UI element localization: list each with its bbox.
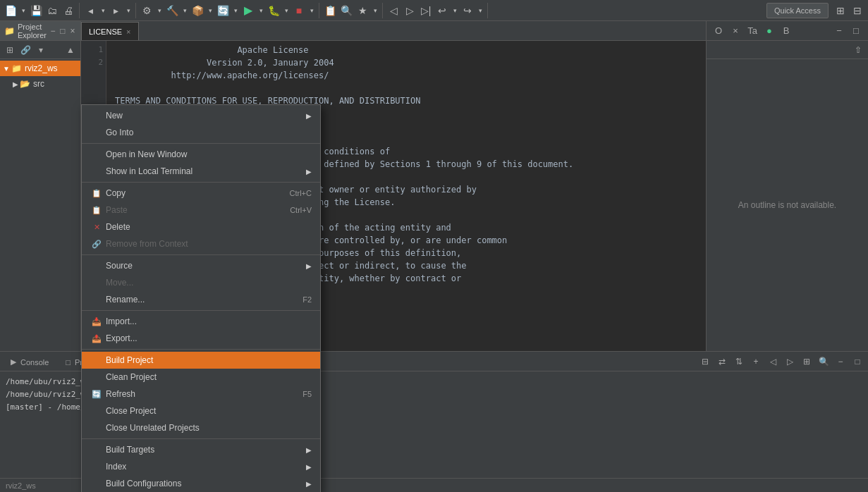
menu-item-remove-context[interactable]: 🔗 Remove from Context bbox=[82, 235, 320, 252]
debug-button[interactable]: 🐛 bbox=[266, 3, 281, 18]
forward-button[interactable]: ▸ bbox=[108, 3, 123, 18]
view-btn[interactable]: ⊟ bbox=[850, 3, 865, 18]
stop-button[interactable]: ■ bbox=[291, 3, 307, 18]
menu-item-open-new-window[interactable]: Open in New Window bbox=[82, 146, 320, 163]
misc-btn-3[interactable]: ★ bbox=[355, 3, 370, 18]
tool-btn-3[interactable]: 📦 bbox=[190, 3, 205, 18]
menu-label-index: Index bbox=[106, 462, 126, 472]
bottom-minimize[interactable]: − bbox=[833, 354, 848, 369]
next-edit-button[interactable]: ▷ bbox=[402, 3, 417, 18]
menu-item-paste[interactable]: 📋 Paste Ctrl+V bbox=[82, 202, 320, 219]
menu-item-export[interactable]: 📤 Export... bbox=[82, 330, 320, 347]
project-explorer-close[interactable]: × bbox=[69, 25, 76, 37]
tool-btn-1[interactable]: ⚙ bbox=[139, 3, 154, 18]
project-explorer-minimize[interactable]: − bbox=[49, 25, 56, 37]
save-button[interactable]: 💾 bbox=[28, 3, 44, 18]
misc-btn-2[interactable]: 🔍 bbox=[338, 3, 354, 18]
bottom-maximize[interactable]: □ bbox=[850, 354, 865, 369]
remove-context-icon: 🔗 bbox=[90, 240, 103, 249]
menu-label-source: Source bbox=[106, 261, 133, 271]
project-explorer-maximize[interactable]: □ bbox=[59, 25, 66, 37]
menu-item-move[interactable]: Move... bbox=[82, 274, 320, 291]
tab-close-license[interactable]: × bbox=[126, 27, 130, 36]
outline-scroll-btn[interactable]: ⇧ bbox=[851, 43, 865, 57]
outline-toolbar: ⇧ bbox=[707, 41, 868, 59]
prev-ann-button[interactable]: ↩ bbox=[434, 3, 450, 18]
menu-item-build-targets[interactable]: Build Targets ▶ bbox=[82, 441, 320, 458]
menu-item-build-project[interactable]: Build Project bbox=[82, 352, 320, 369]
bottom-next-btn[interactable]: ▷ bbox=[782, 354, 797, 369]
new-dropdown[interactable]: ▾ bbox=[19, 3, 27, 18]
menu-item-build-configs[interactable]: Build Configurations ▶ bbox=[82, 475, 320, 492]
link-with-editor-btn[interactable]: 🔗 bbox=[18, 43, 32, 57]
bottom-link-btn[interactable]: ⇄ bbox=[714, 354, 730, 369]
new-button[interactable]: 📄 bbox=[3, 3, 18, 18]
last-edit-button[interactable]: ▷| bbox=[418, 3, 434, 18]
tool-btn-4[interactable]: 🔄 bbox=[215, 3, 231, 18]
bottom-search-btn[interactable]: 🔍 bbox=[816, 354, 831, 369]
menu-item-show-local-terminal[interactable]: Show in Local Terminal ▶ bbox=[82, 163, 320, 180]
tool-dd-2[interactable]: ▾ bbox=[181, 3, 189, 18]
menu-sep-6 bbox=[82, 438, 320, 439]
perspective-btn[interactable]: ⊞ bbox=[833, 3, 848, 18]
forward-dropdown[interactable]: ▾ bbox=[124, 3, 133, 18]
next-ann-dd[interactable]: ▾ bbox=[476, 3, 484, 18]
bottom-add-btn[interactable]: + bbox=[748, 354, 764, 369]
misc-btn-1[interactable]: 📋 bbox=[322, 3, 338, 18]
menu-item-import[interactable]: 📥 Import... bbox=[82, 313, 320, 330]
menu-item-source[interactable]: Source ▶ bbox=[82, 257, 320, 274]
menu-item-delete[interactable]: ✕ Delete bbox=[82, 219, 320, 235]
bottom-sync-btn[interactable]: ⇅ bbox=[731, 354, 747, 369]
menu-item-go-into[interactable]: Go Into bbox=[82, 124, 320, 141]
outline-maximize[interactable]: □ bbox=[848, 23, 864, 39]
back-button[interactable]: ◂ bbox=[82, 3, 98, 18]
menu-item-index[interactable]: Index ▶ bbox=[82, 458, 320, 475]
run-button[interactable]: ▶ bbox=[240, 3, 256, 18]
prev-ann-dd[interactable]: ▾ bbox=[451, 3, 459, 18]
bottom-prev-btn[interactable]: ◁ bbox=[765, 354, 781, 369]
tree-item-root[interactable]: ▼ 📁 rviz2_ws bbox=[0, 61, 80, 76]
menu-item-refresh[interactable]: 🔄 Refresh F5 bbox=[82, 386, 320, 402]
prev-edit-button[interactable]: ◁ bbox=[386, 3, 401, 18]
outline-tab-close[interactable]: × bbox=[728, 23, 743, 39]
tool-dd-3[interactable]: ▾ bbox=[206, 3, 214, 18]
stop-dropdown[interactable]: ▾ bbox=[307, 3, 316, 18]
menu-item-clean-project[interactable]: Clean Project bbox=[82, 369, 320, 386]
menu-label-delete: Delete bbox=[106, 222, 130, 232]
view-menu-btn[interactable]: ▾ bbox=[34, 43, 48, 57]
outline-tab-ta[interactable]: Ta bbox=[745, 23, 760, 39]
bottom-tab-console[interactable]: ▶ Console bbox=[3, 352, 56, 371]
tool-dd-4[interactable]: ▾ bbox=[231, 3, 240, 18]
run-dropdown[interactable]: ▾ bbox=[257, 3, 265, 18]
menu-item-close-unrelated[interactable]: Close Unrelated Projects bbox=[82, 419, 320, 436]
index-arrow: ▶ bbox=[306, 463, 312, 471]
menu-label-build-project: Build Project bbox=[106, 355, 153, 365]
next-ann-button[interactable]: ↪ bbox=[460, 3, 475, 18]
print-button[interactable]: 🖨 bbox=[61, 3, 76, 18]
tool-btn-2[interactable]: 🔨 bbox=[164, 3, 180, 18]
bottom-layout-btn[interactable]: ⊞ bbox=[799, 354, 814, 369]
save-all-button[interactable]: 🗂 bbox=[44, 3, 60, 18]
outline-minimize[interactable]: − bbox=[831, 23, 847, 39]
menu-item-new[interactable]: New ▶ bbox=[82, 107, 320, 124]
expand-arrow-btn[interactable]: ▲ bbox=[63, 43, 78, 57]
tree-item-src[interactable]: ▶ 📂 src bbox=[0, 76, 80, 92]
outline-tab-b[interactable]: B bbox=[778, 23, 794, 39]
menu-item-rename[interactable]: Rename... F2 bbox=[82, 291, 320, 308]
outline-tab-green[interactable]: ● bbox=[762, 23, 777, 39]
line-num-2: 2 bbox=[84, 56, 103, 69]
bottom-collapse-btn[interactable]: ⊟ bbox=[697, 354, 713, 369]
collapse-all-btn[interactable]: ⊞ bbox=[3, 43, 17, 57]
tool-dd-1[interactable]: ▾ bbox=[155, 3, 164, 18]
menu-item-close-project[interactable]: Close Project bbox=[82, 402, 320, 419]
misc-dd-3[interactable]: ▾ bbox=[371, 3, 379, 18]
menu-label-build-targets: Build Targets bbox=[106, 445, 154, 455]
debug-dropdown[interactable]: ▾ bbox=[282, 3, 291, 18]
outline-tab-o[interactable]: O bbox=[711, 23, 726, 39]
back-dropdown[interactable]: ▾ bbox=[99, 3, 107, 18]
quick-access-button[interactable]: Quick Access bbox=[766, 3, 829, 18]
tree-label-root: rviz2_ws bbox=[25, 63, 58, 73]
paste-shortcut: Ctrl+V bbox=[290, 206, 312, 214]
editor-tab-license[interactable]: LICENSE × bbox=[81, 22, 139, 40]
menu-item-copy[interactable]: 📋 Copy Ctrl+C bbox=[82, 185, 320, 202]
